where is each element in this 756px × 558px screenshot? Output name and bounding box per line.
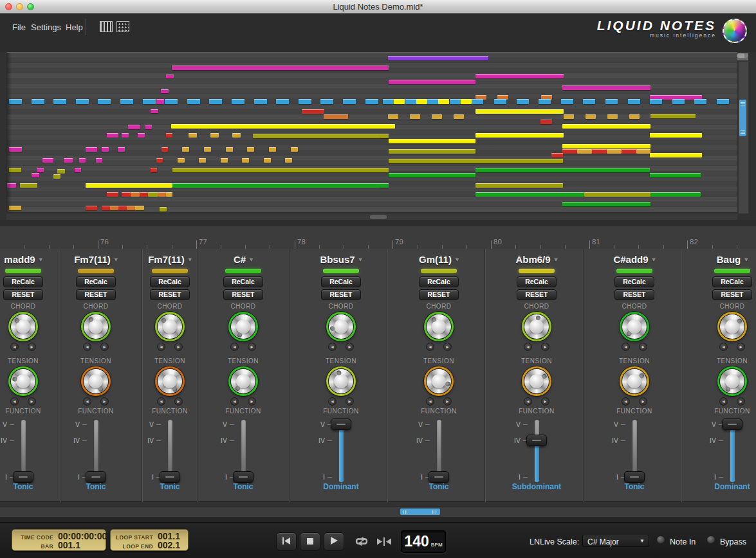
midi-note[interactable]: [254, 99, 267, 104]
midi-note[interactable]: [650, 173, 701, 177]
midi-note[interactable]: [389, 173, 475, 177]
tension-prev-button[interactable]: ◂: [426, 397, 434, 406]
chord-knob[interactable]: [81, 312, 111, 341]
midi-note[interactable]: [79, 158, 86, 163]
function-slider-handle[interactable]: [429, 471, 449, 483]
midi-note[interactable]: [650, 153, 702, 158]
reset-button[interactable]: RESET: [76, 289, 116, 300]
midi-note[interactable]: [324, 114, 348, 119]
tension-next-button[interactable]: ▸: [28, 397, 36, 406]
chord-name[interactable]: Abm6/9▾: [501, 254, 572, 265]
chord-name[interactable]: Baug▾: [697, 254, 756, 265]
function-slider-handle[interactable]: [86, 471, 106, 483]
strips-horizontal-scrollbar[interactable]: [0, 506, 756, 518]
midi-note[interactable]: [182, 147, 189, 152]
midi-note[interactable]: [187, 99, 200, 104]
midi-note[interactable]: [32, 99, 44, 104]
chord-next-button[interactable]: ▸: [737, 343, 745, 351]
midi-note[interactable]: [172, 183, 389, 188]
recalc-button[interactable]: ReCalc: [517, 276, 557, 287]
chord-prev-button[interactable]: ◂: [157, 343, 165, 351]
piano-roll[interactable]: [6, 52, 737, 212]
midi-note[interactable]: [427, 99, 439, 104]
tension-next-button[interactable]: ▸: [541, 397, 549, 406]
midi-note[interactable]: [64, 158, 73, 163]
reset-button[interactable]: RESET: [517, 289, 557, 300]
chord-next-button[interactable]: ▸: [443, 343, 452, 351]
function-slider-handle[interactable]: [233, 471, 254, 483]
midi-note[interactable]: [20, 183, 37, 188]
midi-note[interactable]: [416, 99, 427, 104]
function-slider-handle[interactable]: [331, 419, 351, 430]
midi-note[interactable]: [291, 147, 298, 152]
chord-next-button[interactable]: ▸: [28, 343, 36, 351]
tension-next-button[interactable]: ▸: [346, 397, 354, 406]
midi-note[interactable]: [389, 139, 475, 143]
midi-note[interactable]: [199, 158, 206, 163]
rewind-button[interactable]: [276, 532, 297, 551]
chord-knob[interactable]: [326, 312, 356, 341]
midi-note[interactable]: [432, 114, 442, 119]
midi-note[interactable]: [242, 158, 249, 163]
reset-button[interactable]: RESET: [321, 289, 361, 300]
midi-note[interactable]: [9, 99, 22, 104]
midi-note[interactable]: [143, 99, 156, 104]
chord-prev-button[interactable]: ◂: [83, 343, 91, 351]
midi-note[interactable]: [140, 192, 148, 197]
vertical-scrollbar[interactable]: [738, 61, 749, 214]
midi-note[interactable]: [454, 114, 464, 119]
midi-note[interactable]: [128, 125, 140, 129]
midi-note[interactable]: [107, 133, 118, 138]
keyboard-toggle-icon[interactable]: [737, 53, 748, 60]
tension-next-button[interactable]: ▸: [737, 397, 745, 406]
recalc-button[interactable]: ReCalc: [614, 276, 654, 287]
midi-note[interactable]: [122, 133, 129, 138]
midi-note[interactable]: [86, 147, 97, 152]
midi-note[interactable]: [380, 134, 389, 138]
midi-note[interactable]: [102, 147, 109, 152]
midi-note[interactable]: [75, 168, 81, 172]
tension-knob[interactable]: [326, 366, 356, 396]
tension-knob[interactable]: [424, 366, 454, 396]
midi-note[interactable]: [158, 192, 166, 197]
chord-prev-button[interactable]: ◂: [719, 343, 728, 351]
midi-note[interactable]: [562, 124, 650, 129]
function-slider-handle[interactable]: [624, 471, 645, 483]
tension-prev-button[interactable]: ◂: [157, 397, 165, 406]
midi-note[interactable]: [172, 168, 389, 172]
midi-note[interactable]: [118, 206, 127, 210]
midi-note[interactable]: [365, 99, 378, 104]
midi-note[interactable]: [210, 133, 219, 138]
midi-note[interactable]: [264, 158, 271, 163]
timeline-ruler[interactable]: 76 77 78 79 80 81 82: [0, 226, 756, 249]
midi-note[interactable]: [302, 109, 324, 114]
midi-note[interactable]: [410, 114, 420, 119]
midi-note[interactable]: [585, 114, 596, 119]
piano-keys-icon[interactable]: [100, 21, 113, 32]
midi-note[interactable]: [472, 99, 483, 104]
tension-prev-button[interactable]: ◂: [524, 397, 532, 406]
midi-note[interactable]: [607, 149, 622, 154]
reset-button[interactable]: RESET: [614, 289, 654, 300]
midi-note[interactable]: [583, 99, 595, 104]
scale-select[interactable]: C# Major ▼: [582, 535, 649, 547]
midi-note[interactable]: [86, 183, 172, 188]
midi-note[interactable]: [299, 99, 311, 104]
chord-name[interactable]: C#▾: [208, 254, 279, 265]
function-slider-handle[interactable]: [13, 471, 33, 483]
midi-note[interactable]: [156, 158, 163, 163]
midi-note[interactable]: [204, 147, 211, 152]
midi-note[interactable]: [650, 133, 702, 138]
midi-note[interactable]: [9, 206, 21, 210]
chord-next-button[interactable]: ▸: [248, 343, 256, 351]
midi-note[interactable]: [389, 80, 475, 84]
midi-note[interactable]: [135, 206, 144, 210]
tension-prev-button[interactable]: ◂: [230, 397, 239, 406]
midi-note[interactable]: [122, 192, 131, 197]
midi-note[interactable]: [475, 168, 650, 172]
tension-next-button[interactable]: ▸: [248, 397, 256, 406]
chord-knob[interactable]: [8, 312, 38, 341]
function-slider-handle[interactable]: [160, 471, 180, 483]
midi-note[interactable]: [461, 99, 472, 104]
midi-note[interactable]: [475, 109, 564, 114]
